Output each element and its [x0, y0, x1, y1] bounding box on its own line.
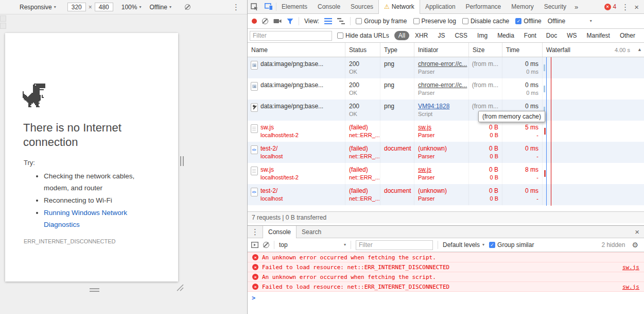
tab-console[interactable]: Console	[263, 226, 297, 238]
device-toolbar-menu-icon[interactable]: ⋮	[232, 3, 240, 11]
tab-sources[interactable]: Sources	[345, 0, 378, 14]
cell-line-2: net::ERR_...	[349, 131, 380, 139]
initiator-link[interactable]: sw.js	[418, 124, 431, 131]
console-filter-input[interactable]	[356, 240, 433, 250]
block-icon[interactable]	[185, 4, 190, 10]
clear-network-log-icon[interactable]	[262, 18, 268, 24]
cell-line-2	[469, 89, 498, 96]
tab-security[interactable]: Security	[539, 0, 571, 14]
record-button[interactable]	[252, 19, 257, 24]
execution-context-select[interactable]: top ▾	[279, 241, 346, 249]
zoom-select[interactable]: 100% ▾	[121, 4, 142, 11]
console-sidebar-icon[interactable]	[251, 242, 258, 248]
viewport-width-input[interactable]	[67, 3, 86, 11]
column-header-initiator[interactable]: Initiator	[414, 43, 469, 57]
column-header-type[interactable]: Type	[380, 43, 414, 57]
error-badge-icon[interactable]: ×	[604, 4, 611, 10]
console-source-link[interactable]: sw.js	[622, 284, 639, 290]
filter-pill-manifest[interactable]: Manifest	[583, 31, 614, 40]
cell-line-1: 8 ms	[502, 166, 538, 174]
filter-pill-media[interactable]: Media	[493, 31, 518, 40]
network-filter-input[interactable]	[250, 31, 332, 41]
tab-console[interactable]: Console	[312, 0, 345, 14]
network-request-row[interactable]: sw.jslocalhost/test-2(failed)net::ERR_..…	[248, 163, 644, 184]
column-header-name[interactable]: Name	[248, 43, 345, 57]
filter-pill-doc[interactable]: Doc	[542, 31, 561, 40]
checkbox-label: Disable cache	[471, 18, 509, 25]
filter-funnel-icon[interactable]	[287, 18, 293, 25]
filter-pill-xhr[interactable]: XHR	[411, 31, 432, 40]
console-source-link[interactable]: sw.js	[622, 264, 639, 271]
device-type-select[interactable]: Responsive ▾	[20, 4, 56, 11]
viewport-resize-handle-right[interactable]	[180, 156, 184, 166]
initiator-link[interactable]: sw.js	[418, 166, 431, 173]
tab-memory[interactable]: Memory	[506, 0, 538, 14]
suggestions-list: Checking the network cables, modem, and …	[33, 170, 154, 231]
tab-elements[interactable]: Elements	[276, 0, 312, 14]
request-waterfall-cell	[543, 142, 644, 163]
initiator-link[interactable]: chrome-error://c...	[418, 81, 467, 89]
offline-checkbox[interactable]: Offline	[515, 18, 541, 25]
tab-network[interactable]: ⚠Network	[378, 0, 420, 14]
network-diagnostics-link[interactable]: Running Windows Network Diagnostics	[44, 209, 127, 228]
devtools-close-icon[interactable]: ×	[634, 3, 639, 11]
cell-line-2: -	[502, 174, 538, 181]
group-by-frame-checkbox[interactable]: Group by frame	[356, 18, 407, 25]
more-tabs-chevron[interactable]: »	[571, 3, 581, 11]
disable-cache-checkbox[interactable]: Disable cache	[462, 18, 509, 25]
request-name-cell: test-2/localhost	[248, 184, 345, 205]
tab-application[interactable]: Application	[420, 0, 461, 14]
filter-pill-font[interactable]: Font	[520, 31, 541, 40]
tab-search[interactable]: Search	[297, 226, 326, 238]
devtools-menu-icon[interactable]: ⋮	[621, 3, 629, 11]
filter-pill-img[interactable]: Img	[473, 31, 492, 40]
preserve-log-checkbox[interactable]: Preserve log	[413, 18, 456, 25]
initiator-link[interactable]: VM94:1828	[418, 103, 449, 110]
network-request-row[interactable]: sw.jslocalhost/test-2(failed)net::ERR_..…	[248, 121, 644, 142]
network-throttling-select[interactable]: Offline ▾	[548, 18, 592, 25]
request-path	[260, 110, 345, 118]
filter-pill-ws[interactable]: WS	[563, 31, 581, 40]
drawer-close-icon[interactable]: ×	[635, 227, 644, 236]
network-request-row[interactable]: test-2/localhost(failed)net::ERR_...docu…	[248, 142, 644, 163]
large-rows-toggle-icon[interactable]	[324, 18, 332, 24]
column-header-size[interactable]: Size	[469, 43, 502, 57]
inspect-element-icon[interactable]	[248, 3, 262, 11]
viewport-resize-handle-corner[interactable]	[177, 284, 184, 291]
filter-pill-js[interactable]: JS	[433, 31, 449, 40]
capture-screenshots-icon[interactable]	[273, 18, 282, 24]
log-levels-select[interactable]: Default levels ▾	[443, 241, 484, 249]
hide-data-urls-checkbox[interactable]: Hide data URLs	[337, 32, 389, 39]
viewport-height-input[interactable]	[95, 3, 113, 11]
html-file-icon	[251, 145, 258, 154]
filter-pill-all[interactable]: All	[394, 31, 409, 40]
chevron-down-icon: ▾	[54, 5, 56, 9]
overview-toggle-icon[interactable]	[337, 18, 345, 24]
viewport-resize-handle-bottom[interactable]	[90, 288, 99, 292]
device-throttling-select[interactable]: Offline ▾	[149, 4, 171, 11]
device-toolbar-toggle-icon[interactable]	[262, 3, 276, 10]
column-header-status[interactable]: Status	[345, 43, 380, 57]
group-similar-checkbox[interactable]: Group similar	[489, 241, 534, 249]
network-request-row[interactable]: data:image/png;base...200OKpngVM94:1828S…	[248, 100, 644, 121]
console-prompt[interactable]: >	[248, 292, 644, 304]
clear-console-icon[interactable]	[263, 242, 269, 248]
network-request-row[interactable]: data:image/png;base...200OKpngchrome-err…	[248, 57, 644, 78]
filter-pill-other[interactable]: Other	[616, 31, 639, 40]
column-header-time[interactable]: Time	[502, 43, 543, 57]
doc-file-icon	[251, 124, 258, 133]
tab-performance[interactable]: Performance	[461, 0, 507, 14]
console-settings-gear-icon[interactable]: ⚙	[632, 241, 640, 249]
initiator-type: Parser	[418, 89, 468, 96]
suggestion-text: Reconnecting to Wi-Fi	[44, 196, 112, 204]
network-toolbar: View: Group by framePreserve logDisable …	[248, 14, 644, 29]
request-status-cell: (failed)net::ERR_...	[345, 163, 380, 184]
drawer-menu-icon[interactable]: ⋮	[248, 228, 263, 236]
network-request-row[interactable]: data:image/png;base...200OKpngchrome-err…	[248, 78, 644, 100]
initiator-link[interactable]: chrome-error://c...	[418, 60, 467, 68]
column-header-waterfall[interactable]: Waterfall4.00 s▲	[543, 43, 644, 57]
network-request-row[interactable]: test-2/localhost(failed)net::ERR_...docu…	[248, 184, 644, 205]
filter-pill-css[interactable]: CSS	[450, 31, 472, 40]
request-initiator-cell: chrome-error://c...Parser	[414, 78, 469, 100]
request-type-cell: png	[380, 100, 414, 121]
